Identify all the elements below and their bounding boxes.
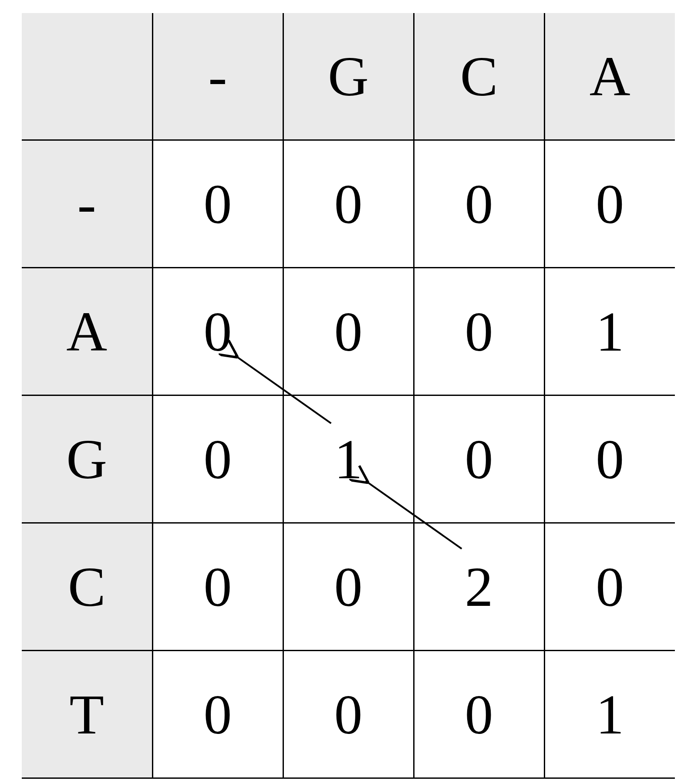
corner-header: [22, 13, 152, 140]
row-header: G: [22, 395, 152, 523]
dp-cell: 0: [414, 268, 544, 395]
col-header: -: [152, 13, 283, 140]
table-row: G 0 1 0 0: [22, 395, 675, 523]
dp-cell: 0: [283, 523, 414, 651]
dp-cell: 0: [414, 395, 544, 523]
dp-cell: 0: [152, 268, 283, 395]
dp-cell: 0: [544, 395, 675, 523]
dp-cell: 0: [152, 651, 283, 778]
dp-matrix: - G C A - 0 0 0 0 A 0 0 0 1 G 0 1 0 0 C: [22, 13, 675, 779]
dp-cell: 0: [414, 651, 544, 778]
dp-cell: 1: [544, 651, 675, 778]
dp-cell: 1: [283, 395, 414, 523]
dp-cell: 0: [283, 140, 414, 268]
table-row: - G C A: [22, 13, 675, 140]
dp-cell: 0: [283, 651, 414, 778]
row-header: A: [22, 268, 152, 395]
col-header: C: [414, 13, 544, 140]
dp-cell: 0: [544, 523, 675, 651]
row-header: -: [22, 140, 152, 268]
col-header: G: [283, 13, 414, 140]
col-header: A: [544, 13, 675, 140]
dp-cell: 1: [544, 268, 675, 395]
dp-cell: 2: [414, 523, 544, 651]
dp-table: - G C A - 0 0 0 0 A 0 0 0 1 G 0 1 0 0 C: [22, 13, 675, 779]
dp-cell: 0: [152, 523, 283, 651]
dp-cell: 0: [414, 140, 544, 268]
dp-cell: 0: [152, 395, 283, 523]
row-header: T: [22, 651, 152, 778]
table-row: - 0 0 0 0: [22, 140, 675, 268]
table-row: A 0 0 0 1: [22, 268, 675, 395]
dp-cell: 0: [283, 268, 414, 395]
dp-cell: 0: [544, 140, 675, 268]
table-row: T 0 0 0 1: [22, 651, 675, 778]
dp-cell: 0: [152, 140, 283, 268]
table-row: C 0 0 2 0: [22, 523, 675, 651]
row-header: C: [22, 523, 152, 651]
